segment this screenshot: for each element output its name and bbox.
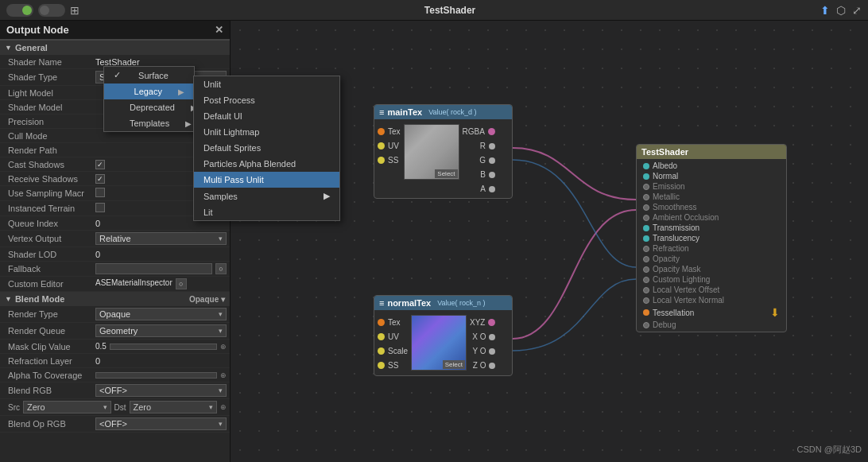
ts-port-translucency: Translucency xyxy=(640,233,783,243)
chevron-down-icon: ▾ xyxy=(219,310,223,318)
camera-icon[interactable]: ⬡ xyxy=(836,4,846,17)
item-label: Multi Pass Unlit xyxy=(203,175,264,184)
prop-value[interactable]: <OFF> ▾ xyxy=(95,417,227,430)
blend-rgb-value: <OFF> xyxy=(99,386,127,395)
close-icon[interactable]: ✕ xyxy=(215,24,223,36)
ts-port-metallic: Metallic xyxy=(640,192,783,202)
node-normaltex: ≡ normalTex Value( rock_n ) Tex UV xyxy=(374,295,513,376)
submenu-item-default-ui[interactable]: Default UI xyxy=(194,108,339,124)
render-queue-value: Geometry xyxy=(99,326,138,336)
toggle-button[interactable] xyxy=(6,4,33,17)
node-port-ss: SS xyxy=(378,156,401,165)
port-dot xyxy=(643,225,649,231)
port-dot xyxy=(489,143,495,149)
port-dot xyxy=(489,172,495,178)
legacy-submenu-overlay[interactable]: Unlit Post Process Default UI Unlit Ligh… xyxy=(193,76,340,221)
submenu-item-lit[interactable]: Lit xyxy=(194,204,339,220)
receive-shadows-checkbox[interactable]: ✓ xyxy=(95,174,105,184)
node-port-a: A xyxy=(480,184,495,193)
submenu-item-default-sprites[interactable]: Default Sprites xyxy=(194,140,339,156)
toggle-button-2[interactable] xyxy=(38,4,65,17)
port-label: Y O xyxy=(472,347,486,355)
chevron-down-icon: ▾ xyxy=(209,403,213,411)
ts-port-opacity-mask: Opacity Mask xyxy=(640,264,783,274)
port-dot xyxy=(489,363,495,369)
render-queue-select[interactable]: Geometry ▾ xyxy=(95,324,227,337)
prop-label: Shader Name xyxy=(8,57,95,67)
port-dot xyxy=(378,157,385,164)
port-label: Ambient Occlusion xyxy=(653,213,719,222)
prop-label: Cull Mode xyxy=(8,131,95,141)
cast-shadows-checkbox[interactable]: ✓ xyxy=(95,160,105,169)
dropdown-item-surface[interactable]: ✓ Surface xyxy=(104,67,194,83)
dst-label: Dst xyxy=(114,403,126,412)
dropdown-item-templates[interactable]: Templates ▶ xyxy=(104,115,194,131)
menu-icon[interactable]: ≡ xyxy=(379,107,384,117)
port-dot xyxy=(643,297,649,304)
blend-rgb-select[interactable]: <OFF> ▾ xyxy=(95,384,227,397)
use-sampling-checkbox[interactable] xyxy=(95,188,105,197)
prop-label: Mask Clip Value xyxy=(8,342,95,351)
prop-value[interactable]: <OFF> ▾ xyxy=(95,384,227,397)
port-label: Local Vertex Offset xyxy=(653,285,719,294)
node-port-tex: Tex xyxy=(378,127,401,136)
alpha-slider[interactable] xyxy=(95,372,217,379)
submenu-item-samples[interactable]: Samples ▶ xyxy=(194,188,339,204)
vertex-output-select[interactable]: Relative ▾ xyxy=(95,232,227,245)
dropdown-item-legacy[interactable]: Legacy ▶ xyxy=(104,83,194,99)
prop-label: Cast Shadows xyxy=(8,160,95,169)
watermark: CSDN @阿赵3D xyxy=(797,444,862,456)
port-dot xyxy=(643,287,649,293)
select-btn[interactable]: Select xyxy=(443,360,465,369)
node-port-b: B xyxy=(480,170,495,179)
submenu-item-post-process[interactable]: Post Process xyxy=(194,92,339,108)
prop-label: Use Sampling Macr xyxy=(8,188,95,198)
submenu-item-unlit[interactable]: Unlit xyxy=(194,76,339,92)
grid-icon[interactable]: ⊞ xyxy=(70,4,79,17)
prop-vertex-output: Vertex Output Relative ▾ xyxy=(0,231,230,247)
port-label: Local Vertex Normal xyxy=(653,296,724,305)
submenu-item-particles-alpha[interactable]: Particles Alpha Blended xyxy=(194,156,339,172)
prop-value[interactable]: Opaque ▾ xyxy=(95,308,227,320)
mask-clip-slider[interactable] xyxy=(110,344,217,350)
submenu-item-unlit-lightmap[interactable]: Unlit Lightmap xyxy=(194,124,339,140)
shader-type-dropdown-overlay[interactable]: ✓ Surface Legacy ▶ Deprecated ▶ Template… xyxy=(103,66,195,132)
prop-value[interactable]: Geometry ▾ xyxy=(95,324,227,337)
blend-op-select[interactable]: <OFF> ▾ xyxy=(95,417,227,430)
render-type-select[interactable]: Opaque ▾ xyxy=(95,308,227,320)
node-testshader: TestShader Albedo Normal Emission Metal xyxy=(636,144,787,332)
chevron-down-icon: ▾ xyxy=(219,420,223,428)
item-label: Post Process xyxy=(203,95,255,105)
expand-icon[interactable]: ⤢ xyxy=(852,4,862,17)
dst-select[interactable]: Zero ▾ xyxy=(130,401,218,413)
prop-value: 0 xyxy=(95,356,227,366)
section-general[interactable]: ▼ General xyxy=(0,41,230,55)
port-label: X O xyxy=(472,332,486,341)
share-icon[interactable]: ⬆ xyxy=(820,4,830,17)
instanced-terrain-checkbox[interactable] xyxy=(95,203,105,212)
submenu-item-multi-pass-unlit[interactable]: Multi Pass Unlit xyxy=(194,172,339,188)
port-dot xyxy=(489,334,495,340)
node-port-xo: X O xyxy=(472,332,495,341)
port-label: Z O xyxy=(473,361,486,370)
prop-value[interactable]: Relative ▾ xyxy=(95,232,227,245)
menu-icon[interactable]: ≡ xyxy=(379,298,384,308)
blend-settings-icon: ⊕ xyxy=(220,403,227,411)
node-port-ss: SS xyxy=(378,361,408,370)
prop-src-dst: Src Zero ▾ Dst Zero ▾ ⊕ xyxy=(0,399,230,416)
prop-label: Shader Model xyxy=(8,103,95,112)
node-title: mainTex xyxy=(387,107,422,117)
blend-mode-value: Opaque ▾ xyxy=(189,295,225,304)
section-label: General xyxy=(15,43,48,52)
dropdown-item-deprecated[interactable]: Deprecated ▶ xyxy=(104,99,194,115)
port-label: Translucency xyxy=(653,234,699,243)
section-blend-mode[interactable]: ▼ Blend Mode Opaque ▾ xyxy=(0,292,230,306)
node-body-maintex: Tex UV SS Select RGBA xyxy=(374,119,512,198)
ts-port-ao: Ambient Occlusion xyxy=(640,212,783,223)
ts-port-local-vertex-offset: Local Vertex Offset xyxy=(640,285,783,295)
prop-label: Render Queue xyxy=(8,326,95,336)
ts-port-transmission: Transmission xyxy=(640,223,783,233)
src-select[interactable]: Zero ▾ xyxy=(23,401,111,413)
select-btn[interactable]: Select xyxy=(435,169,457,178)
port-dot xyxy=(643,277,649,283)
